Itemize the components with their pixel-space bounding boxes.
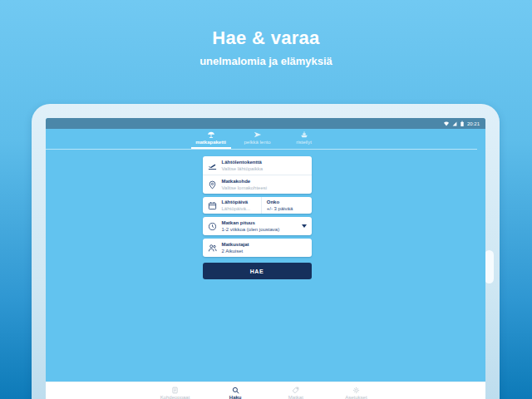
- cruise-ship-icon: [300, 131, 308, 139]
- field-value: +/- 3 päivää: [267, 206, 308, 212]
- tab-label: matkapaketti: [195, 140, 226, 145]
- tablet-device-frame: 20:21 matkapaketti pelkkä lento: [32, 104, 500, 399]
- departure-date-field[interactable]: Lähtöpäivä Lähtöpäivä...: [203, 197, 261, 214]
- field-placeholder: Valitse lomakohteesi: [222, 185, 268, 191]
- departure-airport-field[interactable]: Lähtölentokenttä Valitse lähtöpaikka: [203, 156, 312, 175]
- plane-departure-icon: [208, 161, 217, 170]
- tablet-screen: 20:21 matkapaketti pelkkä lento: [46, 118, 485, 399]
- tab-matkapaketti[interactable]: matkapaketti: [191, 131, 231, 149]
- nav-item-matkat[interactable]: Matkat: [271, 387, 321, 399]
- status-time: 20:21: [467, 121, 480, 126]
- page-subtitle: unelmalomia ja elämyksiä: [0, 55, 532, 67]
- trip-duration-field[interactable]: Matkan pituus 1-2 viikkoa (olen joustava…: [203, 217, 312, 235]
- field-label: Onko: [267, 200, 308, 205]
- duration-card: Matkan pituus 1-2 viikkoa (olen joustava…: [203, 217, 312, 235]
- guide-icon: [171, 387, 179, 394]
- page-title: Hae & varaa: [0, 27, 532, 49]
- field-placeholder: Lähtöpäivä...: [222, 206, 250, 212]
- date-flex-field[interactable]: Onko +/- 3 päivää: [261, 197, 312, 214]
- bottom-navigation-items: Kohdeoppaat Haku Matkat: [150, 387, 382, 399]
- wifi-icon: [444, 121, 449, 126]
- app-body: Lähtölentokenttä Valitse lähtöpaikka Mat…: [46, 150, 485, 399]
- battery-icon: [461, 121, 464, 127]
- nav-item-label: Kohdeoppaat: [160, 395, 190, 399]
- location-pin-icon: [208, 180, 217, 190]
- nav-item-asetukset[interactable]: Asetukset: [331, 387, 381, 399]
- field-value: 2 Aikuiset: [222, 249, 249, 254]
- tab-label: risteilyt: [296, 140, 312, 145]
- page-background: Hae & varaa unelmalomia ja elämyksiä 20:…: [0, 0, 532, 399]
- package-holiday-icon: [207, 131, 215, 139]
- hero-banner: Hae & varaa unelmalomia ja elämyksiä: [0, 27, 532, 67]
- field-label: Matkustajat: [222, 242, 249, 248]
- travelers-field[interactable]: Matkustajat 2 Aikuiset: [203, 239, 312, 257]
- field-label: Matkan pituus: [222, 220, 280, 226]
- calendar-icon: [208, 201, 217, 210]
- signal-icon: [452, 121, 457, 126]
- chevron-down-icon: [302, 224, 307, 228]
- nav-item-haku[interactable]: Haku: [210, 387, 260, 399]
- tab-risteilyt[interactable]: risteilyt: [284, 131, 324, 149]
- tab-label: pelkkä lento: [244, 140, 270, 145]
- field-value: 1-2 viikkoa (olen joustava): [222, 227, 280, 233]
- date-card: Lähtöpäivä Lähtöpäivä... Onko +/- 3 päiv…: [203, 197, 312, 214]
- nav-item-label: Asetukset: [345, 395, 367, 399]
- field-label: Matkakohde: [222, 179, 268, 185]
- travelers-card: Matkustajat 2 Aikuiset: [203, 239, 312, 257]
- nav-item-kohdeoppaat[interactable]: Kohdeoppaat: [150, 387, 200, 399]
- field-label: Lähtöpäivä: [222, 200, 250, 205]
- destination-field[interactable]: Matkakohde Valitse lomakohteesi: [203, 175, 312, 194]
- travelers-icon: [208, 244, 217, 253]
- nav-item-label: Haku: [229, 395, 242, 399]
- search-icon: [232, 387, 239, 394]
- status-bar: 20:21: [46, 118, 485, 129]
- field-placeholder: Valitse lähtöpaikka: [222, 166, 264, 172]
- bottom-navigation-bar: Kohdeoppaat Haku Matkat: [46, 382, 485, 399]
- tag-icon: [292, 387, 299, 394]
- field-label: Lähtölentokenttä: [222, 160, 264, 165]
- search-form: Lähtölentokenttä Valitse lähtöpaikka Mat…: [203, 156, 312, 279]
- search-submit-button[interactable]: HAE: [203, 263, 312, 279]
- gear-icon: [352, 387, 360, 394]
- nav-item-label: Matkat: [288, 395, 303, 399]
- tab-pelkka-lento[interactable]: pelkkä lento: [238, 131, 278, 149]
- plane-icon: [254, 131, 262, 139]
- tablet-camera-pill: [485, 250, 494, 283]
- search-type-tabbar: matkapaketti pelkkä lento risteilyt: [46, 129, 477, 150]
- origin-destination-card: Lähtölentokenttä Valitse lähtöpaikka Mat…: [203, 156, 312, 194]
- clock-icon: [208, 222, 217, 231]
